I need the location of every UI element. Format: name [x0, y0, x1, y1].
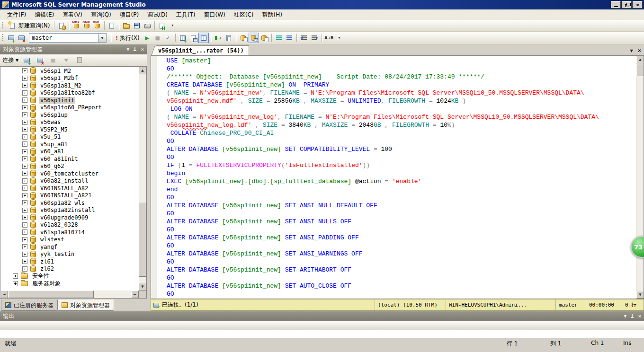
tree-item-v60a82_install[interactable]: v60a82_install [0, 177, 139, 185]
expand-plus-icon[interactable] [22, 171, 27, 176]
code-area[interactable]: USE [master]GO/****** Object: Database [… [151, 55, 644, 299]
expand-plus-icon[interactable] [22, 259, 27, 264]
menu-item-7[interactable]: 工具(T) [172, 9, 200, 20]
disconnect-server-button[interactable]: × [35, 55, 45, 65]
new-database-engine-query-button[interactable] [56, 20, 67, 31]
expand-plus-icon[interactable] [22, 266, 27, 272]
tree-item-zl62[interactable]: zl62 [0, 265, 139, 273]
expand-plus-icon[interactable] [22, 134, 27, 140]
tree-item-v61a82_0328[interactable]: v61a82_0328 [0, 221, 139, 229]
auto-hide-pin-icon[interactable] [133, 47, 137, 52]
results-to-grid-button[interactable] [249, 33, 259, 43]
expand-plus-icon[interactable] [22, 164, 27, 169]
expand-plus-icon[interactable] [22, 90, 27, 96]
parse-button[interactable]: ✓ [163, 33, 173, 43]
activity-monitor-button[interactable] [157, 20, 167, 31]
tree-horizontal-scrollbar[interactable]: ◄ ► [0, 290, 139, 298]
editor-vertical-scrollbar[interactable]: ▲ ▼ [636, 56, 644, 299]
change-connection-button[interactable]: × [16, 33, 27, 43]
dmx-query-button[interactable]: DMX [81, 20, 92, 31]
close-panel-icon[interactable]: × [638, 314, 641, 319]
tree-item-v61sp1a810714[interactable]: v61sp1a810714 [0, 229, 139, 236]
overflow-button[interactable]: ▾ [167, 20, 178, 31]
tree-item-wlstest[interactable]: wlstest [0, 236, 139, 244]
increase-indent-button[interactable] [309, 33, 320, 43]
restore-button[interactable] [622, 1, 632, 9]
scrollbar-thumb[interactable] [139, 202, 146, 277]
overflow-button[interactable]: ▾ [334, 33, 345, 43]
expand-plus-icon[interactable] [22, 193, 27, 198]
tree-item-v56was[interactable]: v56was [0, 119, 139, 126]
window-position-icon[interactable]: ▼ [126, 48, 129, 52]
expand-plus-icon[interactable] [22, 178, 27, 184]
tree-item-v60_g62[interactable]: v60_g62 [0, 163, 139, 170]
decrease-indent-button[interactable] [299, 33, 309, 43]
window-position-icon[interactable]: ▼ [624, 315, 626, 318]
tree-item-v5u_51[interactable]: v5u_51 [0, 133, 139, 141]
menu-item-5[interactable]: 项目(P) [116, 9, 143, 20]
expand-plus-icon[interactable] [13, 273, 18, 279]
menu-item-1[interactable]: 文件(F) [3, 9, 30, 20]
step-button[interactable]: → [213, 33, 224, 43]
tree-item-安全性[interactable]: 安全性 [0, 273, 139, 280]
uncomment-lines-button[interactable] [284, 33, 295, 43]
toolbar-grip[interactable] [2, 22, 3, 29]
expand-plus-icon[interactable] [22, 149, 27, 154]
scrollbar-thumb[interactable] [636, 64, 644, 76]
new-page-button[interactable] [107, 20, 117, 31]
expand-plus-icon[interactable] [22, 200, 27, 205]
close-panel-icon[interactable]: × [141, 47, 144, 52]
stop-button[interactable]: ■ [152, 33, 163, 43]
tree-item-v56sp1a81toa82bf[interactable]: v56sp1a81toa82bf [0, 89, 139, 97]
tree-item-V60INSTALL_A82[interactable]: V60INSTALL_A82 [0, 185, 139, 192]
tree-item-v56sp1init[interactable]: v56sp1init [0, 97, 139, 104]
connect-dropdown-button[interactable]: 连接 ▼ [2, 56, 18, 64]
tree-item-V60INSTALL_A821[interactable]: V60INSTALL_A821 [0, 192, 139, 200]
results-to-text-button[interactable] [238, 33, 249, 43]
expand-plus-icon[interactable] [22, 156, 27, 161]
tree-item-v60sp1a82_wls[interactable]: v60sp1a82_wls [0, 199, 139, 207]
toolbar-grip[interactable] [2, 34, 3, 42]
panel-tab-1[interactable]: 已注册的服务器 [1, 299, 58, 311]
tree-item-v56sp1up[interactable]: v56sp1up [0, 111, 139, 119]
tree-item-v60_a81Init[interactable]: v60_a81Init [0, 155, 139, 163]
expand-plus-icon[interactable] [22, 105, 27, 110]
save-button[interactable] [132, 20, 142, 31]
expand-plus-icon[interactable] [22, 244, 27, 249]
tree-vertical-scrollbar[interactable]: ▲ ▼ [139, 67, 146, 290]
expand-plus-icon[interactable] [13, 281, 18, 286]
template-parameters-button[interactable]: A→B [324, 33, 334, 43]
expand-plus-icon[interactable] [22, 127, 27, 132]
menu-item-8[interactable]: 窗口(W) [200, 9, 230, 20]
tree-item-v56sp1a81_M2[interactable]: v56sp1a81_M2 [0, 82, 139, 89]
tree-item-v56sp1_M2[interactable]: v56sp1_M2 [0, 67, 139, 75]
scroll-down-arrow-icon[interactable]: ▼ [139, 283, 146, 290]
sql-code[interactable]: USE [master]GO/****** Object: Database [… [158, 56, 635, 299]
expand-plus-icon[interactable] [22, 229, 27, 235]
tree-item-zl61[interactable]: zl61 [0, 258, 139, 265]
close-document-icon[interactable]: × [638, 47, 641, 54]
minimize-button[interactable] [611, 1, 621, 9]
results-to-file-button[interactable] [259, 33, 269, 43]
results-pane-button[interactable] [198, 33, 209, 43]
tree-item-v60sp1a82install[interactable]: v60sp1a82install [0, 207, 139, 214]
editor-document-tab[interactable]: v56sp1init_...rator (54)) [156, 45, 249, 55]
estimated-plan-button[interactable]: + [178, 33, 188, 43]
execute-button[interactable]: ! 执行(X) [113, 33, 142, 43]
tree-item-v60_tomcatcluster[interactable]: v60_tomcatcluster [0, 170, 139, 177]
available-databases-combobox[interactable]: master ▼ [29, 33, 107, 43]
xmla-query-button[interactable]: XML [92, 20, 102, 31]
expand-plus-icon[interactable] [22, 83, 27, 88]
new-query-button[interactable]: 新建查询(N) [6, 20, 52, 31]
tree-item-服务器对象[interactable]: 服务器对象 [0, 280, 139, 288]
close-button[interactable]: × [633, 1, 643, 9]
debug-button[interactable]: ▶ [142, 33, 152, 43]
tree-item-v60_a81[interactable]: v60_a81 [0, 148, 139, 156]
document-list-chevron-icon[interactable]: ▼ [630, 49, 633, 53]
menu-item-6[interactable]: 调试(D) [143, 9, 172, 20]
expand-plus-icon[interactable] [22, 68, 27, 73]
chevron-down-icon[interactable]: ▼ [98, 34, 106, 42]
query-designer-button[interactable] [188, 33, 198, 43]
tree-item-yyk_testin[interactable]: yyk_testin [0, 251, 139, 258]
scroll-right-arrow-icon[interactable]: ► [131, 290, 139, 298]
